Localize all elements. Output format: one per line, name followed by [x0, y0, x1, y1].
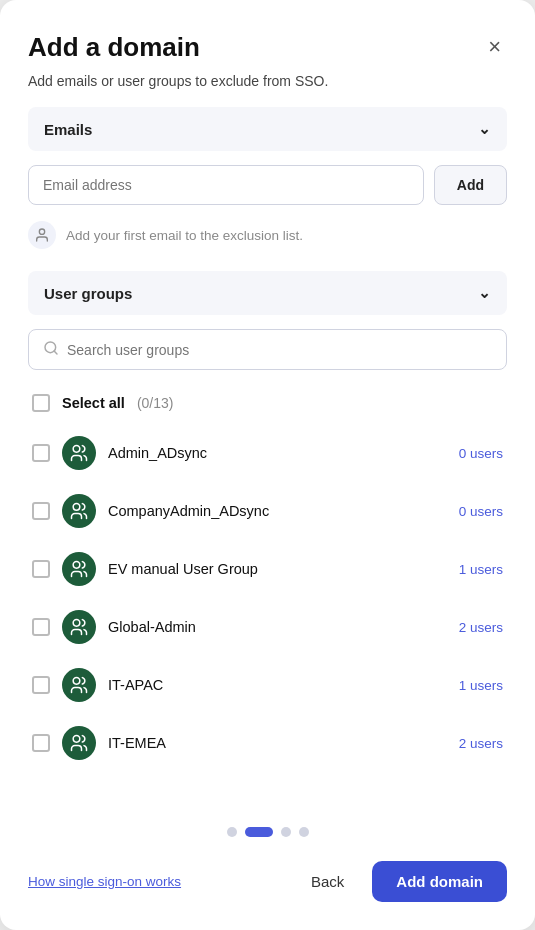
group-icon-0	[62, 436, 96, 470]
group-name-3: Global-Admin	[108, 619, 447, 635]
emails-section-header[interactable]: Emails ⌄	[28, 107, 507, 151]
svg-point-7	[73, 678, 80, 685]
group-name-0: Admin_ADsync	[108, 445, 447, 461]
person-icon	[28, 221, 56, 249]
dot-3	[281, 827, 291, 837]
empty-email-message: Add your first email to the exclusion li…	[28, 217, 507, 253]
search-box	[28, 329, 507, 370]
group-icon-1	[62, 494, 96, 528]
group-row: CompanyAdmin_ADsync 0 users	[28, 482, 507, 540]
email-input[interactable]	[28, 165, 424, 205]
pagination-dots	[28, 827, 507, 837]
group-name-2: EV manual User Group	[108, 561, 447, 577]
group-users-1: 0 users	[459, 504, 503, 519]
emails-section-label: Emails	[44, 121, 92, 138]
modal-header: Add a domain ×	[28, 32, 507, 63]
empty-email-text: Add your first email to the exclusion li…	[66, 228, 303, 243]
user-groups-section-label: User groups	[44, 285, 132, 302]
svg-line-2	[54, 351, 57, 354]
group-users-4: 1 users	[459, 678, 503, 693]
group-checkbox-0[interactable]	[32, 444, 50, 462]
user-groups-section-header[interactable]: User groups ⌄	[28, 271, 507, 315]
emails-chevron-icon: ⌄	[478, 120, 491, 138]
group-users-0: 0 users	[459, 446, 503, 461]
group-rows-container: Admin_ADsync 0 users CompanyAdmin_ADsync…	[28, 424, 507, 772]
svg-point-5	[73, 562, 80, 569]
modal-footer: How single sign-on works Back Add domain	[28, 861, 507, 902]
search-icon	[43, 340, 59, 359]
how-sso-works-link[interactable]: How single sign-on works	[28, 874, 181, 889]
svg-point-0	[39, 229, 44, 234]
back-button[interactable]: Back	[295, 863, 360, 900]
svg-point-6	[73, 620, 80, 627]
email-add-button[interactable]: Add	[434, 165, 507, 205]
group-checkbox-4[interactable]	[32, 676, 50, 694]
dot-4	[299, 827, 309, 837]
add-domain-button[interactable]: Add domain	[372, 861, 507, 902]
group-row: IT-APAC 1 users	[28, 656, 507, 714]
select-all-row: Select all (0/13)	[28, 386, 507, 420]
group-users-5: 2 users	[459, 736, 503, 751]
add-domain-modal: Add a domain × Add emails or user groups…	[0, 0, 535, 930]
user-group-list: Select all (0/13) Admin_ADsync 0 users	[28, 386, 507, 809]
group-name-5: IT-EMEA	[108, 735, 447, 751]
search-user-groups-input[interactable]	[67, 342, 492, 358]
svg-point-8	[73, 736, 80, 743]
select-all-count: (0/13)	[137, 395, 174, 411]
close-button[interactable]: ×	[482, 32, 507, 62]
select-all-label: Select all	[62, 395, 125, 411]
group-row: IT-EMEA 2 users	[28, 714, 507, 772]
group-users-2: 1 users	[459, 562, 503, 577]
group-checkbox-5[interactable]	[32, 734, 50, 752]
group-checkbox-3[interactable]	[32, 618, 50, 636]
group-name-1: CompanyAdmin_ADsync	[108, 503, 447, 519]
group-users-3: 2 users	[459, 620, 503, 635]
svg-point-4	[73, 504, 80, 511]
group-row: Global-Admin 2 users	[28, 598, 507, 656]
group-name-4: IT-APAC	[108, 677, 447, 693]
group-checkbox-1[interactable]	[32, 502, 50, 520]
group-icon-3	[62, 610, 96, 644]
group-icon-2	[62, 552, 96, 586]
group-row: Admin_ADsync 0 users	[28, 424, 507, 482]
select-all-checkbox[interactable]	[32, 394, 50, 412]
group-checkbox-2[interactable]	[32, 560, 50, 578]
modal-title: Add a domain	[28, 32, 200, 63]
dot-1	[227, 827, 237, 837]
dot-2	[245, 827, 273, 837]
group-row: EV manual User Group 1 users	[28, 540, 507, 598]
email-input-row: Add	[28, 165, 507, 205]
group-icon-5	[62, 726, 96, 760]
group-icon-4	[62, 668, 96, 702]
user-groups-chevron-icon: ⌄	[478, 284, 491, 302]
modal-subtitle: Add emails or user groups to exclude fro…	[28, 73, 507, 89]
footer-actions: Back Add domain	[295, 861, 507, 902]
svg-point-3	[73, 446, 80, 453]
